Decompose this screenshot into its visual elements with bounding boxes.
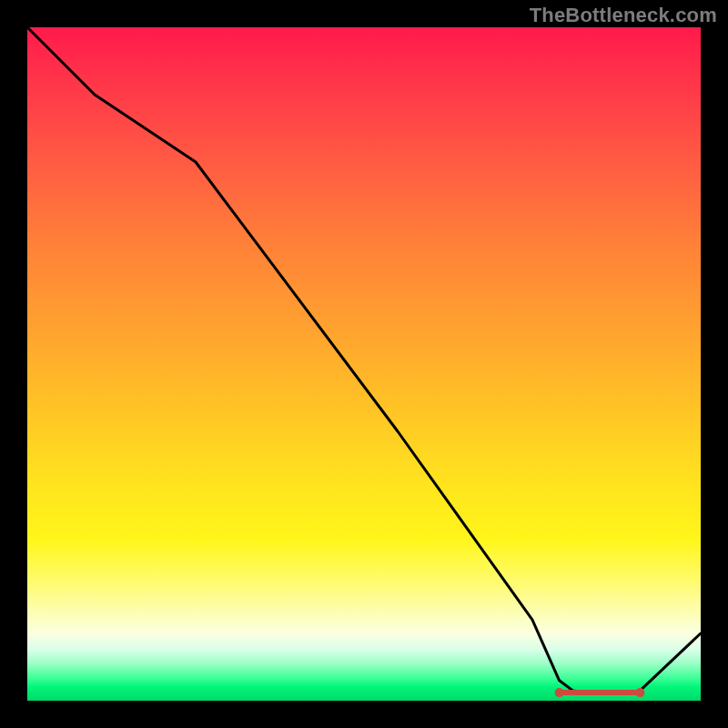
chart-overlay xyxy=(27,27,701,701)
highlight-dot-end xyxy=(635,688,644,697)
bottleneck-curve xyxy=(27,27,701,693)
highlight-dot-start xyxy=(555,688,564,697)
plot-area xyxy=(27,27,701,701)
chart-frame: TheBottleneck.com xyxy=(0,0,728,728)
watermark-text: TheBottleneck.com xyxy=(530,4,717,27)
